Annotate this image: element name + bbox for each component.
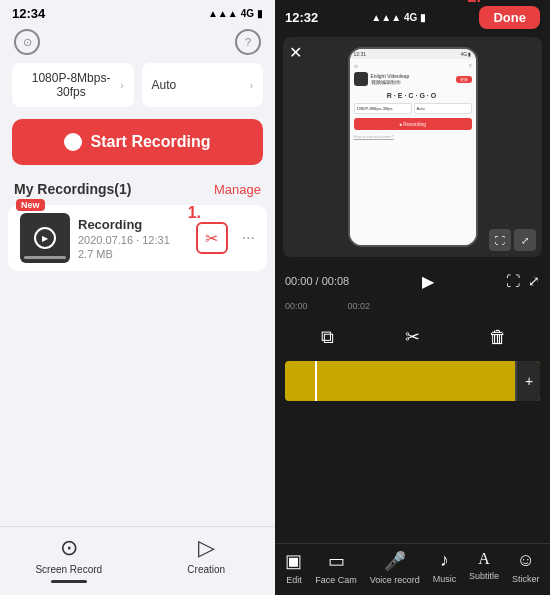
recording-info: Recording 2020.07.16 · 12:31 2.7 MB — [78, 217, 188, 260]
tool-sticker[interactable]: ☺ Sticker — [512, 550, 540, 585]
scissors-tool-button[interactable]: ✂ — [395, 319, 431, 355]
quality-setting-button[interactable]: 1080P-8Mbps-30fps › — [12, 63, 134, 107]
right-time: 12:32 — [285, 10, 318, 25]
music-label: Music — [433, 574, 457, 584]
time-ruler: 00:00 00:02 — [275, 301, 550, 315]
expand-button[interactable]: ⤢ — [514, 229, 536, 251]
bottom-navigation: ⊙ Screen Record ▷ Creation — [0, 526, 275, 595]
audio-label: Auto — [152, 78, 177, 92]
tool-subtitle[interactable]: A Subtitle — [469, 550, 499, 585]
right-signal-icon: ▲▲▲ — [371, 12, 401, 23]
ruler-mark-0: 00:00 — [285, 301, 308, 311]
target-icon[interactable]: ⊙ — [14, 29, 40, 55]
network-icon: 4G — [241, 8, 254, 19]
add-clip-button[interactable]: + — [515, 361, 540, 401]
play-icon: ▶ — [422, 272, 434, 291]
recording-date: 2020.07.16 · 12:31 — [78, 234, 188, 246]
play-button[interactable]: ▶ — [34, 227, 56, 249]
face-cam-icon: ▭ — [328, 550, 345, 572]
recording-thumbnail[interactable]: ▶ — [20, 213, 70, 263]
audio-setting-button[interactable]: Auto › — [142, 63, 264, 107]
record-button-label: Start Recording — [90, 133, 210, 151]
screen-record-label: Screen Record — [35, 564, 102, 575]
edit-icon: ▣ — [285, 550, 302, 572]
quality-label: 1080P-8Mbps-30fps — [22, 71, 120, 99]
video-strip: + — [285, 361, 540, 401]
fullscreen-button[interactable]: ⛶ — [489, 229, 511, 251]
mock-app-name: Enlight Videoleap视频编辑制作 — [371, 73, 453, 85]
new-badge: New — [16, 199, 45, 211]
subtitle-icon: A — [478, 550, 490, 568]
edit-label: Edit — [286, 575, 302, 585]
done-label: Done — [493, 10, 526, 25]
sticker-icon: ☺ — [517, 550, 535, 571]
timeline-expand-icon[interactable]: ⤢ — [528, 273, 540, 289]
timeline-bar: 00:00 / 00:08 ▶ ⛶ ⤢ — [275, 261, 550, 301]
nav-screen-record[interactable]: ⊙ Screen Record — [0, 535, 138, 583]
current-time: 00:00 — [285, 275, 313, 287]
trash-icon: 🗑 — [489, 327, 507, 348]
right-status-icons: ▲▲▲ 4G ▮ — [371, 12, 426, 23]
corner-controls: ⛶ ⤢ — [489, 229, 536, 251]
mock-app-button: 更新 — [456, 76, 472, 83]
music-icon: ♪ — [440, 550, 449, 571]
playhead — [315, 361, 317, 401]
right-status-bar: 12:32 ▲▲▲ 4G ▮ 2. Done — [275, 0, 550, 33]
scissors-icon[interactable]: ✂ — [196, 222, 228, 254]
mock-target-icon: ⊙ — [354, 63, 358, 69]
play-large-button[interactable]: ▶ — [414, 267, 442, 295]
done-button[interactable]: 2. Done — [479, 6, 540, 29]
sticker-label: Sticker — [512, 574, 540, 584]
mock-sub-title: How to record screen? — [354, 134, 472, 139]
mock-audio: Auto — [414, 103, 472, 114]
quality-chevron: › — [120, 80, 123, 91]
creation-icon: ▷ — [198, 535, 215, 561]
right-battery-icon: ▮ — [420, 12, 426, 23]
right-panel: 12:32 ▲▲▲ 4G ▮ 2. Done ✕ 12:31 4G ▮ ⊙ ? — [275, 0, 550, 595]
recordings-title: My Recordings(1) — [14, 181, 131, 197]
mock-status-bar: 12:31 4G ▮ — [350, 49, 476, 59]
timeline-icons: ⛶ ⤢ — [506, 273, 540, 289]
preview-container: ✕ 12:31 4G ▮ ⊙ ? Enlight Videoleap视频编辑制作… — [283, 37, 542, 257]
tool-edit[interactable]: ▣ Edit — [285, 550, 302, 585]
mock-time: 12:31 — [354, 51, 367, 57]
time-display: 00:00 / 00:08 — [285, 275, 349, 287]
face-cam-label: Face Cam — [315, 575, 357, 585]
step-2-label: 2. — [467, 0, 480, 6]
total-time: 00:08 — [322, 275, 350, 287]
start-recording-button[interactable]: Start Recording — [12, 119, 263, 165]
mock-title: R·E·C·G·O — [354, 92, 472, 99]
mock-icons: 4G ▮ — [460, 51, 471, 57]
trash-tool-button[interactable]: 🗑 — [480, 319, 516, 355]
copy-icon: ⧉ — [321, 327, 334, 348]
record-dot — [64, 133, 82, 151]
step-1-label: 1. — [188, 204, 201, 222]
left-status-icons: ▲▲▲ 4G ▮ — [208, 8, 263, 19]
audio-chevron: › — [250, 80, 253, 91]
recording-size: 2.7 MB — [78, 248, 188, 260]
close-button[interactable]: ✕ — [289, 43, 302, 62]
manage-link[interactable]: Manage — [214, 182, 261, 197]
scissors-action[interactable]: 1. ✂ — [196, 222, 228, 254]
left-panel: 12:34 ▲▲▲ 4G ▮ ⊙ ? 1080P-8Mbps-30fps › A… — [0, 0, 275, 595]
left-status-bar: 12:34 ▲▲▲ 4G ▮ — [0, 0, 275, 25]
timeline-fullscreen-icon[interactable]: ⛶ — [506, 273, 520, 289]
tool-voice-record[interactable]: 🎤 Voice record — [370, 550, 420, 585]
edit-tools: ⧉ ✂ 🗑 — [275, 315, 550, 361]
voice-record-label: Voice record — [370, 575, 420, 585]
more-options-button[interactable]: ··· — [242, 229, 255, 247]
copy-tool-button[interactable]: ⧉ — [310, 319, 346, 355]
mock-app-icon — [354, 72, 368, 86]
nav-creation[interactable]: ▷ Creation — [138, 535, 276, 583]
right-network-icon: 4G — [404, 12, 417, 23]
screen-record-icon: ⊙ — [60, 535, 78, 561]
recording-name: Recording — [78, 217, 188, 232]
top-icons-row: ⊙ ? — [0, 25, 275, 63]
left-time: 12:34 — [12, 6, 45, 21]
tool-face-cam[interactable]: ▭ Face Cam — [315, 550, 357, 585]
help-icon[interactable]: ? — [235, 29, 261, 55]
mock-settings-row: 1080P-8Mbps-30fps Auto — [354, 103, 472, 114]
nav-active-indicator — [51, 580, 87, 583]
mock-content: ⊙ ? Enlight Videoleap视频编辑制作 更新 R·E·C·G·O… — [350, 59, 476, 247]
tool-music[interactable]: ♪ Music — [433, 550, 457, 585]
